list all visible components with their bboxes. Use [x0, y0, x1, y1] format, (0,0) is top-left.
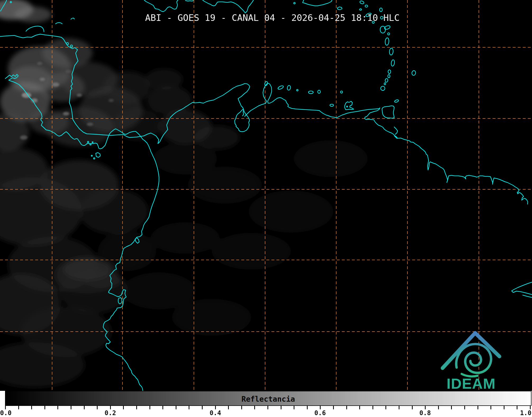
colorbar-tick-label: 0.0	[0, 409, 11, 417]
colorbar-tick-label: 0.8	[419, 409, 431, 417]
map-title: ABI - GOES 19 - CANAL 04 - 2026-04-25 18…	[145, 12, 399, 23]
satellite-map-image: ABI - GOES 19 - CANAL 04 - 2026-04-25 18…	[0, 0, 532, 391]
colorbar-tick-marks	[5, 406, 531, 409]
colorbar-title: Reflectancia	[6, 395, 531, 404]
ideam-logo: IDEAM	[436, 328, 505, 391]
colorbar-tick-label: 0.4	[210, 409, 221, 417]
ideam-logo-text: IDEAM	[447, 375, 499, 391]
colorbar-tick-label: 0.6	[314, 409, 326, 417]
colorbar: Reflectancia 0.0 0.2 0.4 0.6 0.8 1.0	[0, 391, 532, 417]
colorbar-tick-label: 0.2	[104, 409, 116, 417]
satellite-product-screenshot: ABI - GOES 19 - CANAL 04 - 2026-04-25 18…	[0, 0, 532, 417]
colorbar-gradient: Reflectancia	[5, 391, 531, 406]
colorbar-tick-label: 1.0	[520, 409, 531, 417]
